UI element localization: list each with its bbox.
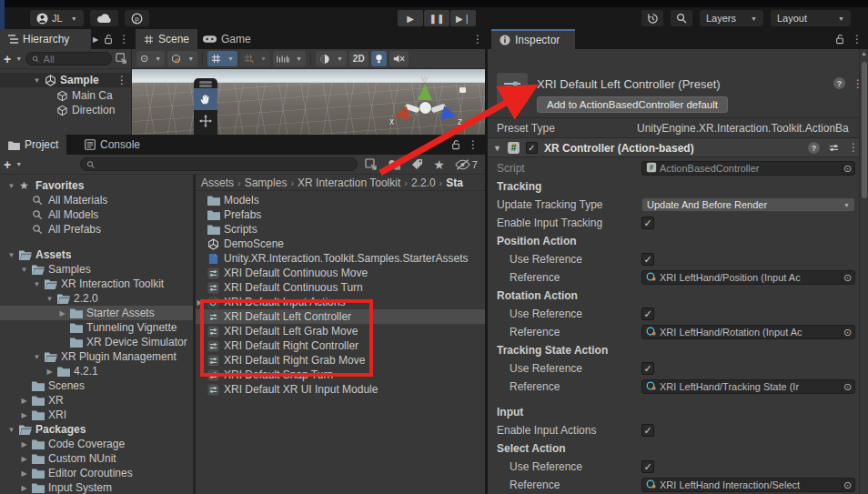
asset-list-item[interactable]: XRI Default Left Controller: [196, 309, 485, 324]
plastic-scm-button[interactable]: p: [125, 10, 149, 26]
asset-list-item[interactable]: XRI Default Right Grab Move: [196, 353, 485, 368]
panel-divider[interactable]: [485, 29, 488, 494]
foldout-closed-icon[interactable]: ▶: [20, 411, 28, 419]
project-tree-item[interactable]: All Prefabs: [0, 222, 193, 237]
gizmo-hub[interactable]: [419, 102, 431, 114]
account-button[interactable]: JL ▼: [30, 10, 84, 26]
kebab-menu-icon[interactable]: ⋮: [118, 33, 129, 45]
search-window-icon[interactable]: [365, 158, 378, 171]
tab-scroll-arrow-icon[interactable]: ▶: [93, 35, 98, 44]
search-button[interactable]: [671, 10, 692, 26]
checkbox[interactable]: ✓: [641, 424, 654, 437]
foldout-closed-icon[interactable]: ▶: [196, 298, 204, 307]
hierarchy-item[interactable]: Direction: [0, 103, 131, 117]
object-picker-icon[interactable]: ⊙: [842, 163, 853, 175]
help-icon[interactable]: ?: [808, 142, 820, 154]
lighting-toggle-button[interactable]: [371, 51, 387, 66]
tab-console[interactable]: Console: [76, 135, 148, 155]
breadcrumb[interactable]: Assets›Samples›XR Interaction Toolkit›2.…: [196, 175, 485, 191]
project-tree-item[interactable]: ▼★Favorites: [0, 178, 193, 193]
palette-drag-handle[interactable]: [199, 81, 212, 84]
asset-list-item[interactable]: XRI Default Right Controller: [196, 338, 485, 353]
project-tree-item[interactable]: All Materials: [0, 193, 193, 207]
pause-button[interactable]: ❚❚: [424, 10, 449, 26]
breadcrumb-item[interactable]: 2.2.0: [411, 176, 436, 189]
2d-toggle-button[interactable]: 2D: [349, 51, 368, 66]
project-search-input[interactable]: [80, 157, 358, 171]
kebab-menu-icon[interactable]: ⋮: [116, 74, 127, 86]
foldout-open-icon[interactable]: ▼: [493, 144, 501, 153]
project-search-field[interactable]: [99, 159, 351, 170]
label-tag-icon[interactable]: [411, 158, 423, 170]
tab-hierarchy[interactable]: Hierarchy: [0, 29, 91, 49]
project-tree-item[interactable]: ▶Input System: [0, 480, 193, 494]
asset-list-item[interactable]: Scripts: [196, 222, 485, 237]
tab-scene[interactable]: Scene: [136, 29, 197, 49]
project-tree-item[interactable]: ▶XR: [0, 393, 193, 408]
foldout-closed-icon[interactable]: ▶: [20, 469, 28, 478]
kebab-menu-icon[interactable]: ⋮: [468, 138, 479, 151]
gizmo-x-label[interactable]: x: [389, 116, 394, 126]
grid-snap-button[interactable]: ▼: [207, 51, 237, 66]
asset-list-item[interactable]: DemoScene: [196, 237, 485, 251]
audio-mute-button[interactable]: [389, 51, 409, 66]
scroll-up-arrow-icon[interactable]: ▲: [861, 50, 867, 56]
breadcrumb-item[interactable]: XR Interaction Toolkit: [298, 176, 400, 189]
breadcrumb-item[interactable]: Samples: [245, 176, 288, 189]
checkbox[interactable]: ✓: [641, 362, 654, 375]
project-tree-item[interactable]: ▶4.2.1: [0, 364, 193, 378]
breadcrumb-item[interactable]: Sta: [446, 176, 463, 189]
checkbox[interactable]: ✓: [641, 253, 654, 266]
layers-dropdown[interactable]: Layers▼: [700, 10, 763, 26]
hierarchy-search-field[interactable]: [44, 54, 106, 65]
project-tree-item[interactable]: XR Device Simulator: [0, 335, 193, 349]
project-tree-item[interactable]: Scenes: [0, 378, 193, 393]
tab-inspector[interactable]: Inspector: [491, 29, 575, 49]
project-tree-item[interactable]: Tunneling Vignette: [0, 320, 193, 335]
step-button[interactable]: ▶❘: [450, 10, 476, 26]
hierarchy-scene-row[interactable]: ▼ Sample ⋮: [0, 73, 131, 87]
checkbox[interactable]: ✓: [641, 217, 654, 229]
foldout-open-icon[interactable]: ▼: [33, 76, 41, 85]
kebab-menu-icon[interactable]: ⋮: [472, 33, 483, 45]
presets-icon[interactable]: [828, 142, 840, 156]
asset-list-item[interactable]: ▶XRI Default Input Actions: [196, 295, 485, 309]
project-tree-item[interactable]: ▼XR Plugin Management: [0, 349, 193, 364]
add-to-default-button[interactable]: Add to ActionBasedController default: [537, 96, 728, 113]
foldout-open-icon[interactable]: ▼: [45, 295, 54, 303]
foldout-open-icon[interactable]: ▼: [7, 251, 15, 259]
asset-list-item[interactable]: XRI Default Snap Turn: [196, 368, 485, 382]
help-icon[interactable]: ?: [833, 77, 845, 89]
hierarchy-search-input[interactable]: [25, 52, 112, 66]
layout-dropdown[interactable]: Layout▼: [771, 10, 851, 26]
lock-open-icon[interactable]: [104, 34, 113, 45]
project-tree-item[interactable]: ▼Packages: [0, 422, 193, 437]
foldout-closed-icon[interactable]: ▶: [20, 455, 28, 463]
checkbox[interactable]: ✓: [641, 460, 654, 473]
project-tree-item[interactable]: ▶Starter Assets: [0, 306, 193, 320]
asset-list-item[interactable]: Models: [196, 193, 485, 207]
scene-viewport[interactable]: y x z: [132, 69, 485, 135]
object-field[interactable]: XRI LeftHand Interaction/Select⊙: [641, 478, 855, 492]
foldout-open-icon[interactable]: ▼: [20, 266, 28, 274]
favorites-star-icon[interactable]: ★: [433, 157, 445, 172]
object-field[interactable]: XRI LeftHand/Position (Input Ac⊙: [641, 270, 855, 285]
cloud-button[interactable]: [90, 10, 118, 26]
foldout-open-icon[interactable]: ▼: [33, 353, 41, 361]
move-tool-button[interactable]: [194, 110, 217, 132]
object-field[interactable]: #ActionBasedController⊙: [641, 161, 855, 176]
shading-mode-button[interactable]: ▼: [316, 51, 347, 66]
kebab-menu-icon[interactable]: ⋮: [852, 33, 863, 45]
lock-open-icon[interactable]: [451, 139, 460, 150]
foldout-closed-icon[interactable]: ▶: [20, 484, 28, 492]
object-picker-icon[interactable]: ⊙: [842, 479, 853, 491]
foldout-open-icon[interactable]: ▼: [7, 426, 15, 434]
asset-list-item[interactable]: XRI Default XR UI Input Module: [196, 382, 485, 397]
foldout-closed-icon[interactable]: ▶: [45, 368, 54, 376]
object-field[interactable]: XRI LeftHand/Tracking State (Ir⊙: [641, 379, 855, 394]
lock-open-icon[interactable]: [835, 34, 844, 45]
gizmo-y-label[interactable]: y: [422, 73, 427, 83]
project-tree-item[interactable]: ▼2.2.0: [0, 291, 193, 306]
breadcrumb-item[interactable]: Assets: [201, 176, 234, 189]
asset-list-item[interactable]: Prefabs: [196, 207, 485, 222]
